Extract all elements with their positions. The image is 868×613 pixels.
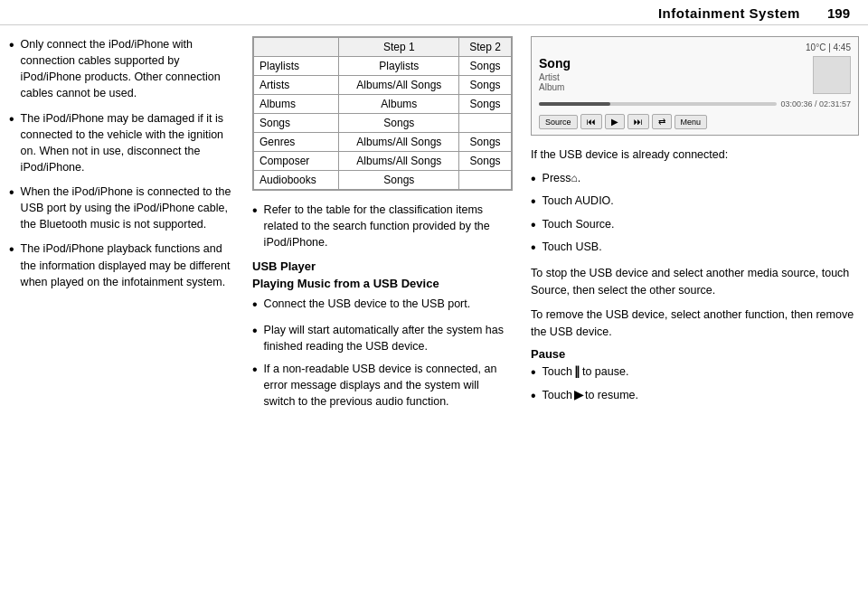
display-info: Song Artist Album bbox=[539, 56, 806, 92]
progress-bar bbox=[539, 102, 777, 106]
list-item: Refer to the table for the classificatio… bbox=[252, 202, 513, 250]
table-cell: Albums/All Songs bbox=[339, 133, 459, 152]
list-item: If a non-readable USB device is connecte… bbox=[252, 361, 513, 410]
list-item: Connect the USB device to the USB port. bbox=[252, 296, 513, 315]
list-item: When the iPod/iPhone is connected to the… bbox=[9, 184, 232, 232]
prev-button[interactable]: ⏮ bbox=[580, 114, 602, 129]
table-header-step1: Step 1 bbox=[339, 38, 459, 57]
page: Infotainment System 199 Only connect the… bbox=[0, 0, 868, 613]
progress-time: 03:00:36 / 02:31:57 bbox=[780, 99, 851, 108]
progress-bar-container: 03:00:36 / 02:31:57 bbox=[539, 99, 851, 108]
table-cell: Albums bbox=[339, 95, 459, 114]
table-cell: Artists bbox=[254, 76, 339, 95]
list-item: The iPod/iPhone may be damaged if it is … bbox=[9, 110, 232, 176]
display-main: Song Artist Album bbox=[539, 56, 851, 94]
stop-text: To stop the USB device and select anothe… bbox=[531, 265, 859, 299]
display-album: Album bbox=[539, 82, 806, 92]
table-cell: Songs bbox=[339, 171, 459, 190]
source-button[interactable]: Source bbox=[539, 115, 578, 129]
table-cell: Songs bbox=[459, 76, 512, 95]
usb-player-title: USB Player bbox=[252, 259, 513, 273]
display-artist: Artist bbox=[539, 72, 806, 82]
next-button[interactable]: ⏭ bbox=[627, 114, 649, 129]
table-cell: Playlists bbox=[254, 57, 339, 76]
remove-text: To remove the USB device, select another… bbox=[531, 306, 859, 341]
list-item: The iPod/iPhone playback functions and t… bbox=[9, 240, 232, 289]
table-cell: Albums/All Songs bbox=[339, 152, 459, 171]
connected-bullets: Press ⌂. Touch AUDIO. Touch Source. Touc… bbox=[531, 171, 859, 259]
table-cell bbox=[459, 114, 512, 133]
home-icon: ⌂ bbox=[571, 171, 578, 186]
list-item: Only connect the iPod/iPhone with connec… bbox=[9, 36, 232, 102]
right-column: 10°C | 4:45 Song Artist Album 03:00:36 /… bbox=[525, 36, 859, 604]
progress-bar-fill bbox=[539, 102, 610, 106]
search-table: Step 1 Step 2 PlaylistsPlaylistsSongsArt… bbox=[252, 36, 513, 191]
table-row: AudiobooksSongs bbox=[254, 171, 512, 190]
list-item: Play will start automatically after the … bbox=[252, 322, 513, 354]
list-item: Touch ‖ to pause. bbox=[531, 364, 859, 382]
left-column: Only connect the iPod/iPhone with connec… bbox=[9, 36, 240, 604]
table-row: ComposerAlbums/All SongsSongs bbox=[254, 152, 512, 171]
table-cell: Songs bbox=[339, 114, 459, 133]
page-header: Infotainment System 199 bbox=[0, 0, 868, 25]
list-item: Touch AUDIO. bbox=[531, 193, 859, 212]
table-cell: Songs bbox=[459, 152, 512, 171]
display-thumbnail bbox=[813, 56, 851, 94]
menu-button[interactable]: Menu bbox=[675, 115, 708, 129]
table-cell: Songs bbox=[459, 133, 512, 152]
table-row: GenresAlbums/All SongsSongs bbox=[254, 133, 512, 152]
table-cell: Playlists bbox=[339, 57, 459, 76]
list-item: Touch ▶ to resume. bbox=[531, 388, 859, 406]
shuffle-button[interactable]: ⇄ bbox=[652, 114, 672, 129]
table-cell: Songs bbox=[254, 114, 339, 133]
table-cell: Composer bbox=[254, 152, 339, 171]
left-bullet-list: Only connect the iPod/iPhone with connec… bbox=[9, 36, 232, 290]
table-header-step2: Step 2 bbox=[459, 38, 512, 57]
page-number: 199 bbox=[827, 5, 850, 21]
table-cell: Albums bbox=[254, 95, 339, 114]
table-cell: Songs bbox=[459, 57, 512, 76]
display-top-bar: 10°C | 4:45 bbox=[539, 42, 851, 52]
table-header-col0 bbox=[254, 38, 339, 57]
if-connected-text: If the USB device is already connected: bbox=[531, 146, 859, 164]
table-row: AlbumsAlbumsSongs bbox=[254, 95, 512, 114]
table-cell: Albums/All Songs bbox=[339, 76, 459, 95]
play-symbol: ▶ bbox=[574, 388, 583, 404]
playback-controls: Source ⏮ ▶ ⏭ ⇄ Menu bbox=[539, 114, 851, 129]
pause-symbol: ‖ bbox=[574, 364, 580, 381]
table-row: ArtistsAlbums/All SongsSongs bbox=[254, 76, 512, 95]
middle-column: Step 1 Step 2 PlaylistsPlaylistsSongsArt… bbox=[247, 36, 518, 604]
table-cell bbox=[459, 171, 512, 190]
mid-table-note-list: Refer to the table for the classificatio… bbox=[252, 202, 513, 250]
play-button[interactable]: ▶ bbox=[605, 114, 625, 129]
main-content: Only connect the iPod/iPhone with connec… bbox=[0, 25, 868, 613]
list-item: Touch USB. bbox=[531, 240, 859, 258]
page-title: Infotainment System bbox=[658, 5, 800, 21]
playing-music-title: Playing Music from a USB Device bbox=[252, 277, 513, 290]
steps-table: Step 1 Step 2 PlaylistsPlaylistsSongsArt… bbox=[253, 37, 512, 190]
table-row: PlaylistsPlaylistsSongs bbox=[254, 57, 512, 76]
table-cell: Audiobooks bbox=[254, 171, 339, 190]
list-item: Touch Source. bbox=[531, 217, 859, 235]
device-display: 10°C | 4:45 Song Artist Album 03:00:36 /… bbox=[531, 36, 859, 136]
pause-title: Pause bbox=[531, 347, 859, 361]
table-row: SongsSongs bbox=[254, 114, 512, 133]
pause-bullets: Touch ‖ to pause. Touch ▶ to resume. bbox=[531, 364, 859, 406]
list-item: Press ⌂. bbox=[531, 171, 859, 189]
table-cell: Genres bbox=[254, 133, 339, 152]
display-song: Song bbox=[539, 56, 806, 71]
pause-section: Pause Touch ‖ to pause. Touch ▶ to resum… bbox=[531, 347, 859, 406]
table-cell: Songs bbox=[459, 95, 512, 114]
usb-bullets: Connect the USB device to the USB port. … bbox=[252, 296, 513, 410]
